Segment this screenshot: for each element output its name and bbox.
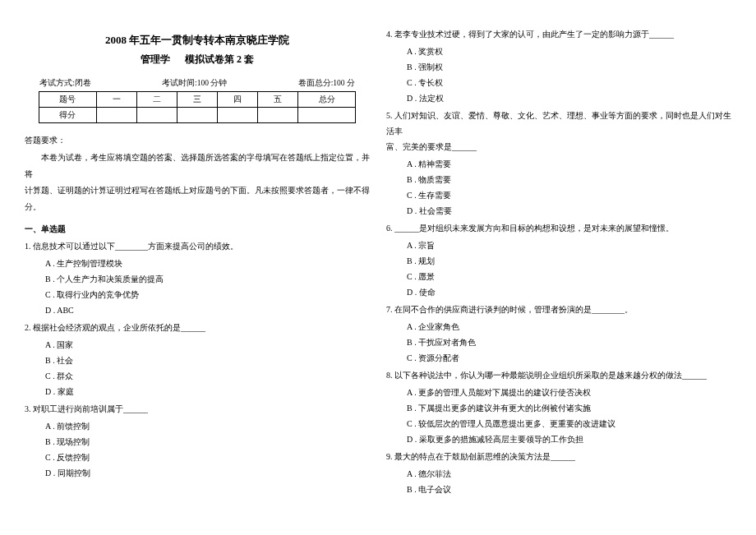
th-5: 五: [257, 92, 297, 108]
th-num: 题号: [39, 92, 96, 108]
table-row: 题号 一 二 三 四 五 总分: [39, 92, 355, 108]
q5-optD: D . 社会需要: [407, 203, 731, 219]
th-1: 一: [97, 92, 137, 108]
score-table: 题号 一 二 三 四 五 总分 得分: [39, 91, 356, 123]
q7-optB: B . 干扰应对者角色: [407, 334, 731, 350]
q4-optD: D . 法定权: [407, 90, 731, 106]
q3-stem: 3. 对职工进行岗前培训属于______: [25, 401, 370, 417]
q8-optA: A . 更多的管理人员能对下属提出的建议行使否决权: [407, 385, 731, 400]
q9-optB: B . 电子会议: [407, 482, 731, 497]
q6-optA: A . 宗旨: [407, 238, 731, 253]
q8-stem: 8. 以下各种说法中，你认为哪一种最能说明企业组织所采取的是越来越分权的做法__…: [386, 367, 731, 383]
q6-stem: 6. ______是对组织未来发展方向和目标的构想和设想，是对未来的展望和憧憬。: [386, 220, 731, 236]
q5-stem-l1: 5. 人们对知识、友谊、爱情、尊敬、文化、艺术、理想、事业等方面的要求，同时也是…: [386, 108, 731, 139]
th-4: 四: [217, 92, 257, 108]
q3-optA: A . 前馈控制: [45, 418, 370, 434]
th-total: 总分: [297, 92, 355, 108]
instructions-line2: 计算题、证明题的计算证明过程写在答题纸上对应题号的下面。凡未按照要求答题者，一律…: [25, 182, 370, 215]
q5-optA: A . 精神需要: [407, 156, 731, 172]
q7-optC: C . 资源分配者: [407, 350, 731, 366]
instructions-line1: 本卷为试卷，考生应将填空题的答案、选择题所选答案的字母填写在答题纸上指定位置，并…: [25, 150, 370, 182]
exam-title-line2: 管理学 模拟试卷第 2 套: [25, 53, 370, 67]
q2-optC: C . 群众: [45, 368, 370, 384]
q6-optC: C . 愿景: [407, 269, 731, 284]
exam-title-line1: 2008 年五年一贯制专转本南京晓庄学院: [25, 33, 370, 48]
right-column: 4. 老李专业技术过硬，得到了大家的认可，由此产生了一定的影响力源于______…: [378, 25, 740, 497]
q1-optC: C . 取得行业内的竞争优势: [45, 287, 370, 302]
q5-stem-l2: 富、完美的要求是______: [386, 139, 731, 155]
q3-optD: D . 同期控制: [45, 465, 370, 481]
table-row: 得分: [39, 108, 355, 123]
q7-stem: 7. 在同不合作的供应商进行谈判的时候，管理者扮演的是________。: [386, 302, 731, 317]
exam-mode: 考试方式:闭卷: [39, 78, 91, 89]
th-3: 三: [177, 92, 217, 108]
q4-optA: A . 奖赏权: [407, 44, 731, 59]
q1-optB: B . 个人生产力和决策质量的提高: [45, 271, 370, 287]
left-column: 2008 年五年一贯制专转本南京晓庄学院 管理学 模拟试卷第 2 套 考试方式:…: [16, 25, 378, 497]
q6-optB: B . 规划: [407, 253, 731, 269]
q6-optD: D . 使命: [407, 284, 731, 300]
q2-stem: 2. 根据社会经济观的观点，企业所依托的是______: [25, 320, 370, 335]
q9-stem: 9. 最大的特点在于鼓励创新思维的决策方法是______: [386, 449, 731, 464]
q2-optD: D . 家庭: [45, 384, 370, 399]
q3-optB: B . 现场控制: [45, 434, 370, 450]
q1-optA: A . 生产控制管理模块: [45, 256, 370, 271]
q8-optD: D . 采取更多的措施减轻高层主要领导的工作负担: [407, 431, 731, 447]
answer-req-label: 答题要求：: [25, 135, 370, 146]
q1-optD: D . ABC: [45, 302, 370, 318]
subject: 管理学: [141, 53, 170, 65]
q3-optC: C . 反馈控制: [45, 450, 370, 465]
q5-optB: B . 物质需要: [407, 172, 731, 187]
exam-total: 卷面总分:100 分: [298, 78, 355, 89]
exam-meta: 考试方式:闭卷 考试时间:100 分钟 卷面总分:100 分: [25, 78, 370, 89]
q1-stem: 1. 信息技术可以通过以下________方面来提高公司的绩效。: [25, 238, 370, 254]
q8-optB: B . 下属提出更多的建议并有更大的比例被付诸实施: [407, 400, 731, 416]
q2-optB: B . 社会: [45, 353, 370, 368]
q2-optA: A . 国家: [45, 337, 370, 353]
section-1-heading: 一、单选题: [25, 224, 370, 235]
row-score-label: 得分: [39, 108, 96, 123]
exam-time: 考试时间:100 分钟: [162, 78, 227, 89]
q9-optA: A . 德尔菲法: [407, 466, 731, 482]
q4-optC: C . 专长权: [407, 75, 731, 90]
q4-optB: B . 强制权: [407, 59, 731, 75]
q8-optC: C . 较低层次的管理人员愿意提出更多、更重要的改进建议: [407, 416, 731, 431]
th-2: 二: [137, 92, 177, 108]
q7-optA: A . 企业家角色: [407, 319, 731, 334]
q4-stem: 4. 老李专业技术过硬，得到了大家的认可，由此产生了一定的影响力源于______: [386, 26, 731, 42]
q5-optC: C . 生存需要: [407, 187, 731, 203]
paper-set: 模拟试卷第 2 套: [185, 53, 254, 65]
